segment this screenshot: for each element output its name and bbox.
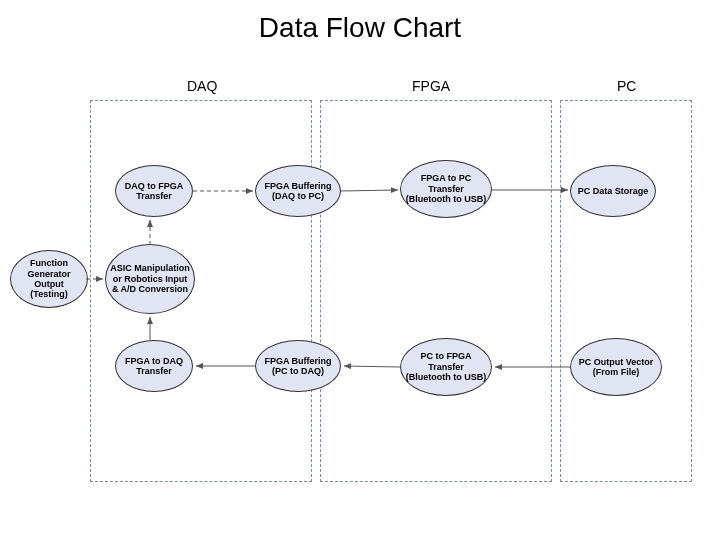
node-pc-output: PC Output Vector (From File) — [570, 338, 662, 396]
node-pc-storage: PC Data Storage — [570, 165, 656, 217]
group-box-fpga — [320, 100, 552, 482]
node-fpga-to-daq: FPGA to DAQ Transfer — [115, 340, 193, 392]
group-box-pc — [560, 100, 692, 482]
page-title: Data Flow Chart — [0, 12, 720, 44]
node-asic: ASIC Manipulation or Robotics Input & A/… — [105, 244, 195, 314]
node-pc-to-fpga: PC to FPGA Transfer (Bluetooth to USB) — [400, 338, 492, 396]
group-label-daq: DAQ — [187, 78, 217, 94]
group-label-fpga: FPGA — [412, 78, 450, 94]
node-fpga-to-pc: FPGA to PC Transfer (Bluetooth to USB) — [400, 160, 492, 218]
group-label-pc: PC — [617, 78, 636, 94]
node-function-generator: Function Generator Output (Testing) — [10, 250, 88, 308]
node-buffer-pc-daq: FPGA Buffering (PC to DAQ) — [255, 340, 341, 392]
node-buffer-daq-pc: FPGA Buffering (DAQ to PC) — [255, 165, 341, 217]
node-daq-to-fpga: DAQ to FPGA Transfer — [115, 165, 193, 217]
